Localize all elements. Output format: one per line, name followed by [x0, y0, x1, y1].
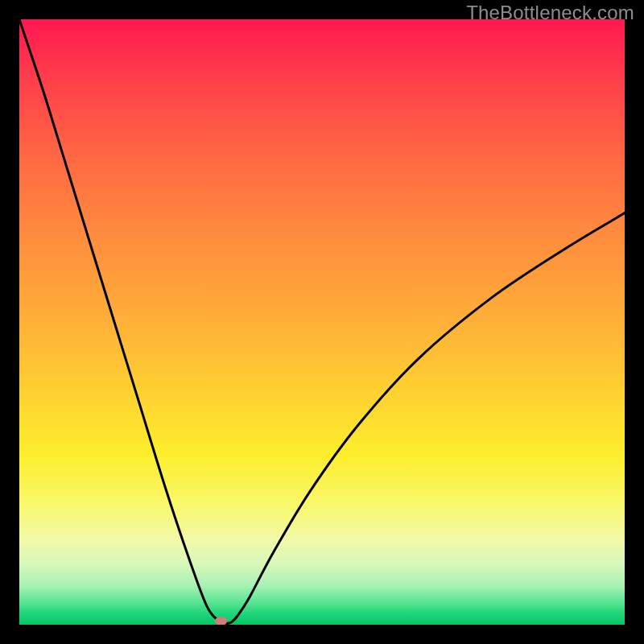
watermark-text: TheBottleneck.com — [466, 2, 634, 24]
plot-area — [19, 19, 625, 625]
chart-frame: TheBottleneck.com — [0, 0, 644, 644]
bottleneck-curve — [19, 19, 625, 625]
min-point-marker — [215, 617, 227, 625]
